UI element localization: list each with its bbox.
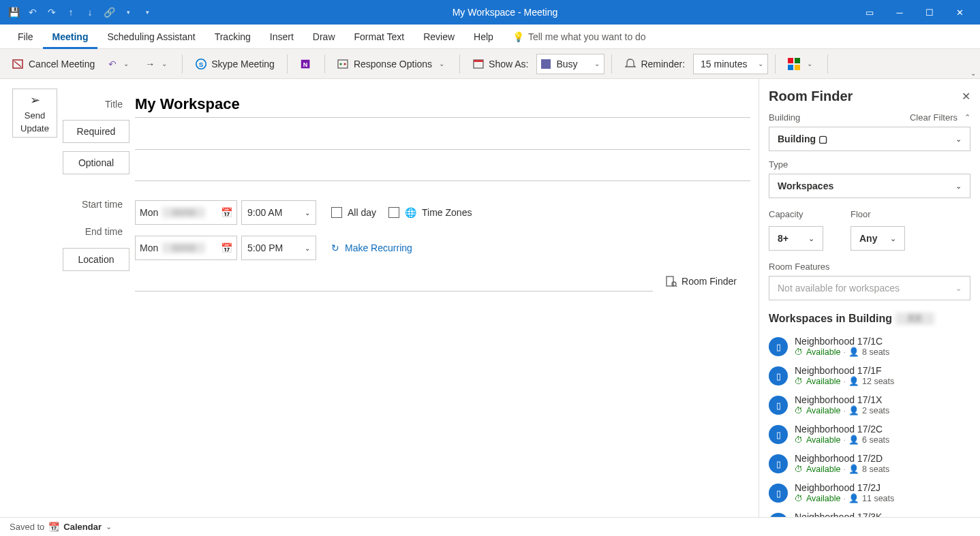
attachment-icon[interactable]: 🔗: [101, 4, 117, 20]
tab-meeting[interactable]: Meeting: [43, 25, 98, 49]
workspace-icon: ▯: [769, 454, 788, 473]
show-as-dropdown[interactable]: Busy ⌄: [536, 54, 604, 74]
clock-icon: ⏱: [795, 464, 803, 474]
building-dropdown[interactable]: Building ▢ ⌄: [769, 127, 970, 151]
tab-review[interactable]: Review: [414, 25, 464, 49]
required-input[interactable]: [135, 129, 750, 150]
close-panel-button[interactable]: ✕: [962, 90, 970, 103]
workspace-status: Available: [806, 377, 841, 386]
start-date-picker[interactable]: Mon 00/00 📅: [135, 200, 237, 225]
maximize-button[interactable]: ☐: [915, 0, 945, 25]
workspace-item[interactable]: ▯ Neighborhood 17/3K: [769, 507, 970, 517]
arrow-down-icon[interactable]: ↓: [82, 4, 98, 20]
svg-rect-10: [474, 60, 483, 62]
capacity-label: Capacity: [769, 209, 823, 219]
required-button[interactable]: Required: [63, 120, 129, 143]
room-features-dropdown: Not available for workspaces ⌄: [769, 276, 970, 300]
show-as-label-group: Show As:: [467, 53, 534, 75]
tab-file[interactable]: File: [8, 25, 43, 49]
start-time-picker[interactable]: 9:00 AM ⌄: [241, 200, 316, 225]
workspace-item[interactable]: ▯ Neighborhood 17/2J ⏱ Available · 👤 11 …: [769, 478, 970, 507]
workspace-item[interactable]: ▯ Neighborhood 17/2C ⏱ Available · 👤 6 s…: [769, 420, 970, 449]
chevron-down-icon: ⌄: [305, 245, 310, 252]
tell-me-search[interactable]: 💡 Tell me what you want to do: [512, 31, 646, 42]
type-dropdown[interactable]: Workspaces ⌄: [769, 174, 970, 198]
arrow-up-icon[interactable]: ↑: [63, 4, 79, 20]
forward-split-button[interactable]: →⌄: [140, 53, 175, 75]
onenote-button[interactable]: N: [294, 53, 318, 75]
room-finder-toggle[interactable]: Room Finder: [665, 275, 737, 287]
workspace-name: Neighborhood 17/2J: [795, 482, 894, 493]
recurring-icon: ↻: [331, 242, 339, 253]
tab-insert[interactable]: Insert: [260, 25, 303, 49]
make-recurring-button[interactable]: ↻ Make Recurring: [331, 242, 412, 253]
send-label-2: Update: [20, 123, 49, 133]
undo-icon[interactable]: ↶: [25, 4, 41, 20]
send-update-button[interactable]: ➢ Send Update: [12, 89, 57, 138]
optional-input[interactable]: [135, 161, 750, 181]
redo-icon[interactable]: ↷: [44, 4, 60, 20]
save-icon[interactable]: 💾: [5, 4, 22, 20]
tab-tracking[interactable]: Tracking: [205, 25, 260, 49]
workspace-name: Neighborhood 17/3K: [795, 511, 882, 517]
chevron-up-icon[interactable]: ⌃: [964, 113, 970, 122]
start-time-value: 9:00 AM: [247, 207, 282, 218]
optional-button[interactable]: Optional: [63, 151, 129, 174]
svg-text:N: N: [303, 61, 308, 67]
workspace-status: Available: [806, 494, 841, 503]
title-input[interactable]: [135, 91, 750, 118]
tab-draw[interactable]: Draw: [303, 25, 345, 49]
tab-format-text[interactable]: Format Text: [345, 25, 414, 49]
qat-dropdown-icon[interactable]: ▾: [120, 4, 136, 20]
reminder-dropdown[interactable]: 15 minutes ⌄: [693, 54, 768, 74]
qat-customize-icon[interactable]: ▾: [139, 4, 155, 20]
building-value: Building ▢: [778, 133, 827, 144]
time-zones-label: Time Zones: [422, 207, 472, 218]
tab-scheduling-assistant[interactable]: Scheduling Assistant: [97, 25, 204, 49]
ribbon-display-icon[interactable]: ▭: [855, 0, 885, 25]
chevron-down-icon: ⌄: [758, 60, 763, 67]
response-options-button[interactable]: Response Options ⌄: [332, 53, 453, 75]
saved-to-label: Saved to: [10, 522, 44, 532]
meeting-form: ➢ Send Update Title Required Optional St…: [0, 79, 759, 517]
workspace-seats: 6 seats: [862, 435, 889, 445]
workspace-seats: 8 seats: [862, 464, 889, 474]
floor-label: Floor: [851, 209, 905, 219]
end-time-picker[interactable]: 5:00 PM ⌄: [241, 236, 316, 260]
location-input[interactable]: [135, 271, 653, 291]
undo-split-button[interactable]: ↶⌄: [103, 53, 137, 75]
workspace-item[interactable]: ▯ Neighborhood 17/1X ⏱ Available · 👤 2 s…: [769, 390, 970, 420]
ribbon-overflow-icon[interactable]: ⌄: [970, 69, 976, 77]
reminder-label: Reminder:: [641, 59, 685, 69]
capacity-dropdown[interactable]: 8+ ⌄: [769, 226, 823, 251]
cancel-meeting-button[interactable]: Cancel Meeting: [7, 53, 100, 75]
all-day-checkbox[interactable]: All day: [331, 207, 376, 218]
reminder-label-group: Reminder:: [619, 53, 690, 75]
categorize-button[interactable]: ⌄: [782, 53, 821, 75]
skype-meeting-button[interactable]: S Skype Meeting: [189, 53, 280, 75]
close-button[interactable]: ✕: [945, 0, 975, 25]
calendar-icon: 📅: [221, 242, 232, 253]
globe-icon: 🌐: [405, 207, 416, 218]
person-icon: 👤: [848, 435, 859, 445]
chevron-down-icon[interactable]: ⌄: [106, 522, 112, 531]
chevron-down-icon: ⌄: [159, 60, 170, 67]
tab-help[interactable]: Help: [464, 25, 503, 49]
panel-title: Room Finder: [769, 89, 853, 104]
chevron-down-icon: ⌄: [436, 60, 447, 67]
person-icon: 👤: [848, 464, 859, 474]
skype-icon: S: [195, 58, 207, 70]
saved-to-calendar: Calendar: [63, 522, 102, 532]
time-zones-checkbox[interactable]: 🌐 Time Zones: [388, 207, 472, 218]
workspace-item[interactable]: ▯ Neighborhood 17/2D ⏱ Available · 👤 8 s…: [769, 449, 970, 478]
minimize-button[interactable]: ─: [885, 0, 915, 25]
workspace-item[interactable]: ▯ Neighborhood 17/1F ⏱ Available · 👤 12 …: [769, 361, 970, 390]
location-button[interactable]: Location: [63, 248, 129, 271]
end-date-picker[interactable]: Mon 00/00 📅: [135, 236, 237, 260]
skype-meeting-label: Skype Meeting: [211, 59, 275, 69]
workspace-name: Neighborhood 17/1X: [795, 394, 889, 405]
all-day-label: All day: [348, 207, 376, 218]
floor-dropdown[interactable]: Any ⌄: [851, 226, 905, 251]
workspace-item[interactable]: ▯ Neighborhood 17/1C ⏱ Available · 👤 8 s…: [769, 332, 970, 361]
clear-filters-button[interactable]: Clear Filters: [910, 112, 958, 123]
